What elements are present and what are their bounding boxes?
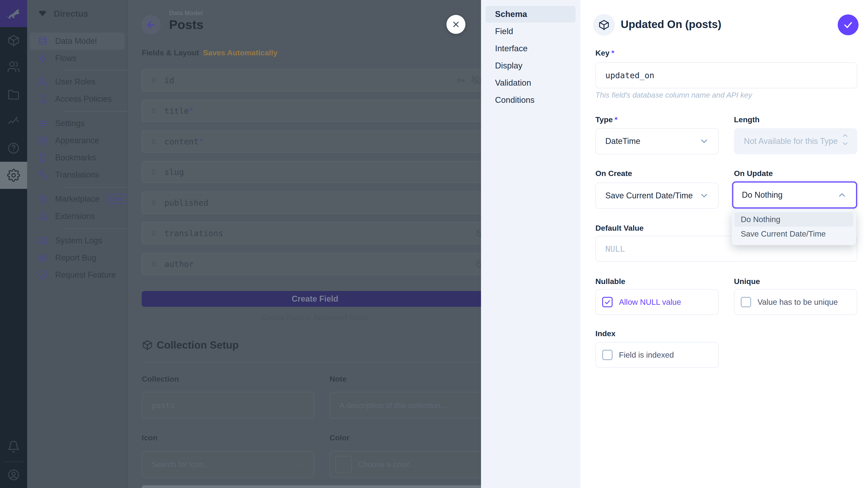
on-update-label: On Update [734, 169, 773, 178]
create-field-button[interactable]: Create Field [142, 291, 488, 307]
save-button[interactable] [838, 14, 859, 35]
chevron-down-icon [699, 191, 709, 201]
check-icon [843, 20, 853, 30]
sidebar-item-data-model[interactable]: Data Model [30, 33, 125, 50]
database-icon [37, 36, 48, 46]
eyedropper-button[interactable] [336, 456, 352, 473]
drag-handle-icon[interactable] [151, 73, 157, 87]
terminal-icon [37, 235, 48, 246]
collection-setup-heading: Collection Setup [142, 339, 239, 351]
module-help-icon[interactable] [0, 135, 27, 161]
field-row-author[interactable]: author [142, 253, 488, 275]
field-row-title[interactable]: title* [142, 100, 488, 122]
on-create-select[interactable]: Save Current Date/Time [595, 183, 719, 209]
project-icon [37, 8, 49, 20]
module-bar-divider [4, 461, 24, 462]
icon-search-input[interactable]: Search for icon... [142, 451, 314, 478]
type-select[interactable]: DateTime [595, 128, 719, 154]
on-update-select[interactable]: Do Nothing [732, 182, 857, 208]
directus-app: Directus Data Model Flows User Roles Acc… [0, 0, 868, 488]
sidebar-item-report-bug[interactable]: Report Bug [30, 249, 125, 266]
sidebar-item-translations[interactable]: Translations [30, 166, 125, 184]
module-files-icon[interactable] [0, 82, 27, 107]
tab-display[interactable]: Display [486, 57, 576, 74]
drag-handle-icon[interactable] [151, 134, 157, 149]
sidebar-item-access-policies[interactable]: Access Policies [30, 90, 125, 107]
palette-icon [37, 135, 48, 146]
section-divider [142, 362, 488, 362]
icon-label: Icon [142, 433, 158, 442]
chevron-up-icon [841, 132, 849, 139]
sidebar-item-extensions[interactable]: Extensions [30, 207, 125, 225]
tab-interface[interactable]: Interface [486, 40, 576, 57]
drag-handle-icon[interactable] [151, 196, 157, 210]
allow-null-checkbox[interactable] [602, 297, 613, 307]
drawer-close-button[interactable] [446, 15, 465, 34]
project-name: Directus [54, 9, 88, 19]
sidebar-item-appearance[interactable]: Appearance [30, 132, 125, 149]
tab-schema[interactable]: Schema [486, 6, 576, 23]
module-settings-icon[interactable] [0, 162, 27, 189]
primary-key-icon [456, 75, 466, 85]
on-create-label: On Create [595, 169, 632, 178]
sidebar-item-system-logs[interactable]: System Logs [30, 232, 125, 249]
drag-handle-icon[interactable] [151, 165, 157, 179]
collection-input[interactable]: posts [142, 392, 314, 419]
field-detail-nav: Schema Field Interface Display Validatio… [481, 0, 581, 488]
required-star: * [615, 115, 618, 124]
field-row-content[interactable]: content* [142, 130, 488, 153]
sidebar-item-bookmarks[interactable]: Bookmarks [30, 149, 125, 166]
drag-handle-icon[interactable] [151, 104, 157, 118]
data-model-page: Data Model Posts Fields & LayoutSaves Au… [128, 0, 488, 488]
field-row-slug[interactable]: slug [142, 161, 488, 183]
required-star: * [190, 106, 193, 116]
required-star: * [611, 48, 614, 57]
index-field: Field is indexed [595, 342, 719, 368]
create-field-advanced-link[interactable]: Create Field in Advanced Mode [142, 313, 488, 322]
menu-option-save-current-datetime[interactable]: Save Current Date/Time [735, 227, 853, 241]
account-avatar-icon[interactable] [0, 462, 27, 488]
module-content-icon[interactable] [0, 28, 27, 53]
storefront-icon [37, 194, 48, 204]
drag-handle-icon[interactable] [151, 226, 157, 240]
directus-logo[interactable] [0, 0, 27, 27]
key-input[interactable]: updated_on [595, 62, 857, 88]
tab-validation[interactable]: Validation [486, 74, 576, 91]
notifications-bell-icon[interactable] [0, 434, 27, 459]
unique-checkbox[interactable] [741, 297, 751, 307]
color-input[interactable]: Choose a color... [330, 451, 488, 478]
field-row-id[interactable]: id [142, 69, 488, 91]
autosave-note: Saves Automatically [203, 48, 277, 57]
field-type-avatar [593, 14, 615, 36]
field-row-translations[interactable]: translations [142, 222, 488, 244]
sidebar-item-request-feature[interactable]: Request Feature [30, 266, 125, 284]
check-icon [604, 299, 611, 305]
tab-field[interactable]: Field [486, 23, 576, 40]
key-label: Key* [595, 48, 614, 57]
bookmark-icon [37, 153, 48, 163]
bolt-icon [37, 53, 48, 64]
page-title: Posts [169, 17, 204, 32]
tab-conditions[interactable]: Conditions [486, 92, 576, 108]
module-users-icon[interactable] [0, 54, 27, 79]
index-checkbox[interactable] [602, 350, 613, 360]
sidebar-item-flows[interactable]: Flows [30, 50, 125, 67]
nullable-field: Allow NULL value [595, 289, 719, 315]
eyedropper-icon [339, 460, 348, 469]
drag-handle-icon[interactable] [151, 257, 157, 271]
chevron-down-icon [297, 460, 306, 469]
field-row-published[interactable]: published [142, 192, 488, 214]
next-section-edge [142, 485, 488, 488]
sidebar-item-user-roles[interactable]: User Roles [30, 73, 125, 90]
sidebar-item-marketplace[interactable]: Marketplace Beta [30, 191, 125, 207]
badge-check-icon [37, 270, 48, 280]
menu-option-do-nothing[interactable]: Do Nothing [735, 212, 853, 227]
required-star: * [199, 137, 203, 146]
shield-user-icon [37, 94, 48, 104]
module-insights-icon[interactable] [0, 109, 27, 134]
back-button[interactable] [141, 15, 161, 35]
index-label: Index [595, 329, 616, 338]
project-switcher[interactable]: Directus [27, 4, 128, 24]
sidebar-item-settings[interactable]: Settings [30, 115, 125, 132]
note-input[interactable]: A description of this collection... [330, 392, 488, 419]
